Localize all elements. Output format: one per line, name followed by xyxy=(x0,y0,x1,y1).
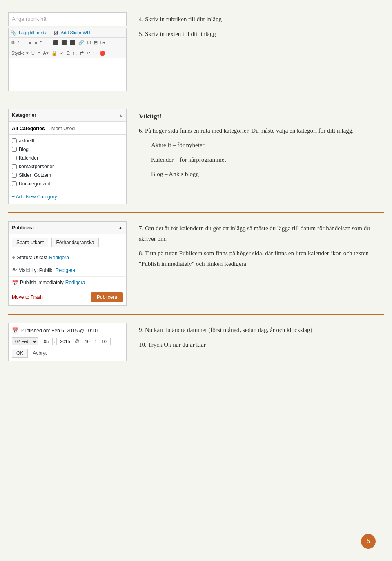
underline-button[interactable]: U xyxy=(31,49,36,57)
publish-panel: Publicera ▲ Spara utkast Förhandsgranska… xyxy=(8,221,127,306)
publish-collapse-icon[interactable]: ▲ xyxy=(118,224,123,232)
add-media-label[interactable]: Lägg till media xyxy=(19,29,48,36)
step9-10-text: 9. Nu kan du ändra datumet (först månad,… xyxy=(139,325,384,350)
status-edit-link[interactable]: Redigera xyxy=(49,254,69,261)
page-number: 5 xyxy=(361,534,376,549)
section-editor: Ange rubrik här 📎 Lägg till media | 🖼 Ad… xyxy=(8,12,384,100)
editor-toolbar-row2: Stycke ▾ U ≡ A▾ 🔒 ✓ Ω ↑↓ ⇄ ↩ ↪ 🔴 xyxy=(9,48,126,59)
publish-time-row: 📅 Publish immediately Redigera xyxy=(9,277,126,289)
indent3: Blog – Ankis blogg xyxy=(151,169,384,180)
preview-button[interactable]: Förhandsgranska xyxy=(51,238,98,247)
date-panel: 📅 Published on: Feb 5, 2015 @ 10:10 02-F… xyxy=(8,323,127,361)
hr-button[interactable]: — xyxy=(45,39,51,47)
align-center-button[interactable]: ⬛ xyxy=(60,39,68,47)
editor-body[interactable] xyxy=(9,58,126,91)
section2-right: Viktigt! 6. På höger sida finns en ruta … xyxy=(139,109,384,184)
step7-8-text: 7. Om det är för kalendern du gör ett in… xyxy=(139,223,384,269)
move-to-trash-link[interactable]: Move to Trash xyxy=(12,294,43,301)
special-char-button[interactable]: Ω xyxy=(66,49,71,57)
ok-button[interactable]: OK xyxy=(12,349,28,358)
add-slider-label[interactable]: Add Slider WD xyxy=(61,29,90,36)
blockquote-button[interactable]: ❝ xyxy=(39,39,43,47)
indent2: Kalender – för kårprogrammet xyxy=(151,155,384,165)
category-checkbox-kontaktpersoner[interactable] xyxy=(12,164,17,169)
justify-button[interactable]: ≡ xyxy=(37,49,41,57)
category-checkbox-uncategorized[interactable] xyxy=(12,181,17,186)
bold-button[interactable]: B xyxy=(11,39,16,47)
categories-panel: Kategorier ▲ All Categories Most Used ak… xyxy=(8,109,127,204)
strikethrough-button[interactable]: — xyxy=(21,39,27,47)
category-label: kontaktpersoner xyxy=(19,163,54,170)
date-calendar-icon: 📅 xyxy=(12,327,18,335)
tab-most-used[interactable]: Most Used xyxy=(51,124,78,134)
step8-text: 8. Titta på rutan Publicera som finns på… xyxy=(139,248,384,269)
status-label: Status: Utkast xyxy=(17,254,47,261)
publish-header: Publicera ▲ xyxy=(9,222,126,234)
date-inputs-row: 02-Feb . @ : xyxy=(12,337,123,345)
align-left-button[interactable]: ⬛ xyxy=(52,39,59,47)
save-draft-button[interactable]: Spara utkast xyxy=(12,238,48,247)
calendar-icon: 📅 xyxy=(12,279,18,287)
section1-right: 4. Skriv in rubriken till ditt inlägg 5.… xyxy=(139,12,384,43)
category-checkbox-aktuellt[interactable] xyxy=(12,138,17,143)
year-input[interactable] xyxy=(56,338,74,345)
undo-button[interactable]: ↩ xyxy=(86,49,91,57)
media-icon: 📎 xyxy=(11,29,16,36)
outdent-button[interactable]: ⇄ xyxy=(79,49,85,57)
clear-format-button[interactable]: ✓ xyxy=(59,49,65,57)
redo-button[interactable]: ↪ xyxy=(92,49,98,57)
month-select[interactable]: 02-Feb xyxy=(12,337,38,345)
step9-text: 9. Nu kan du ändra datumet (först månad,… xyxy=(139,325,384,336)
hour-input[interactable] xyxy=(81,338,94,345)
date-box: 📅 Published on: Feb 5, 2015 @ 10:10 02-F… xyxy=(8,323,127,361)
publish-buttons-row: Spara utkast Förhandsgranska xyxy=(9,234,126,251)
slider-icon: 🖼 xyxy=(54,29,58,36)
list-item: Uncategorized xyxy=(12,180,123,187)
categories-list: aktuellt Blog Kalender kontaktpersoner xyxy=(9,135,126,191)
visibility-edit-link[interactable]: Redigera xyxy=(56,267,76,274)
list-item: kontaktpersoner xyxy=(12,163,123,170)
unlink-button[interactable]: ☑ xyxy=(86,39,92,47)
text-color-button[interactable]: A▾ xyxy=(42,49,49,57)
step7-text: 7. Om det är för kalendern du gör ett in… xyxy=(139,223,384,244)
format-select[interactable]: Stycke ▾ xyxy=(11,49,29,57)
time-colon: : xyxy=(95,338,96,345)
list-ol-button[interactable]: ≡ xyxy=(33,39,38,47)
list-item: Blog xyxy=(12,146,123,153)
list-ul-button[interactable]: ≡ xyxy=(28,39,32,47)
link-button[interactable]: 🔗 xyxy=(78,39,85,47)
paste-plain-button[interactable]: 🔒 xyxy=(51,49,58,57)
editor-title-field[interactable]: Ange rubrik här xyxy=(8,12,127,26)
kitchen-sink-button[interactable]: h▾ xyxy=(100,39,106,47)
date-dot-sep: . xyxy=(54,338,55,345)
category-checkbox-slider[interactable] xyxy=(12,173,17,178)
minute-input[interactable] xyxy=(98,338,111,345)
category-checkbox-blog[interactable] xyxy=(12,147,17,152)
publish-button[interactable]: Publicera xyxy=(91,292,123,302)
category-label: Blog xyxy=(19,146,29,153)
editor-toolbar-row1: B I — ≡ ≡ ❝ — ⬛ ⬛ ⬛ 🔗 ☑ ⊞ h▾ xyxy=(9,38,126,48)
section-categories: Kategorier ▲ All Categories Most Used ak… xyxy=(8,109,384,213)
cancel-button[interactable]: Avbryt xyxy=(30,349,49,358)
wp-editor: 📎 Lägg till media | 🖼 Add Slider WD B I … xyxy=(8,28,127,92)
section-publish: Publicera ▲ Spara utkast Förhandsgranska… xyxy=(8,221,384,315)
categories-collapse-icon[interactable]: ▲ xyxy=(119,112,123,118)
at-symbol: @ xyxy=(75,338,79,345)
publish-time-edit-link[interactable]: Redigera xyxy=(65,279,85,286)
editor-panel: Ange rubrik här 📎 Lägg till media | 🖼 Ad… xyxy=(8,12,127,91)
page: Ange rubrik här 📎 Lägg till media | 🖼 Ad… xyxy=(0,0,392,561)
add-new-category-link[interactable]: + Add New Category xyxy=(9,191,126,204)
category-checkbox-kalender[interactable] xyxy=(12,156,17,160)
publish-actions-row: Move to Trash Publicera xyxy=(9,289,126,305)
align-right-button[interactable]: ⬛ xyxy=(69,39,76,47)
indent-button[interactable]: ↑↓ xyxy=(72,49,78,57)
tab-all-categories[interactable]: All Categories xyxy=(12,124,48,134)
indent1: Aktuellt – för nyheter xyxy=(151,140,384,151)
list-item: aktuellt xyxy=(12,137,123,145)
step10-text: 10. Tryck Ok när du är klar xyxy=(139,340,384,350)
status-row: ● Status: Utkast Redigera xyxy=(9,251,126,264)
insert-button[interactable]: ⊞ xyxy=(93,39,98,47)
day-input[interactable] xyxy=(40,338,53,345)
italic-button[interactable]: I xyxy=(17,39,20,47)
help-button[interactable]: 🔴 xyxy=(99,49,106,57)
